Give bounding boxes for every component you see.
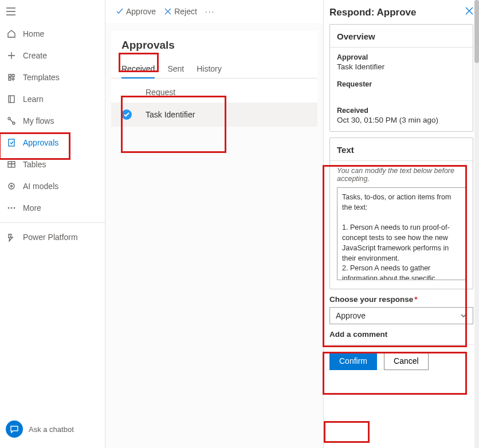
chat-icon xyxy=(10,425,19,434)
svg-point-6 xyxy=(11,186,13,187)
response-select[interactable]: Approve xyxy=(329,307,473,324)
sidebar-item-power-platform[interactable]: Power Platform xyxy=(0,226,105,248)
menu-icon xyxy=(6,7,16,15)
text-hint: You can modify the text below before acc… xyxy=(337,167,466,183)
sidebar-item-label: Templates xyxy=(23,73,60,82)
response-value: Approve xyxy=(336,311,366,320)
respond-panel: Respond: Approve Overview Approval Task … xyxy=(323,0,479,448)
sidebar-item-create[interactable]: Create xyxy=(0,45,105,66)
sidebar-item-label: Tables xyxy=(23,160,46,169)
requester-value xyxy=(337,89,466,97)
text-input[interactable] xyxy=(337,187,466,280)
received-label: Received xyxy=(337,107,466,115)
tab-sent[interactable]: Sent xyxy=(167,61,184,78)
confirm-button[interactable]: Confirm xyxy=(329,352,377,370)
ai-icon xyxy=(6,181,17,191)
sidebar-item-label: My flows xyxy=(23,116,54,125)
text-card: Text You can modify the text below befor… xyxy=(329,137,473,289)
svg-point-5 xyxy=(9,183,14,189)
sidebar-item-label: Approvals xyxy=(23,138,58,147)
sidebar-item-my-flows[interactable]: My flows xyxy=(0,110,105,132)
toolbar-approve-label: Approve xyxy=(126,7,156,16)
chevron-down-icon xyxy=(460,312,467,319)
requester-label: Requester xyxy=(337,80,466,88)
choose-response-section: Choose your response* Approve xyxy=(329,295,473,324)
hamburger-button[interactable] xyxy=(0,0,105,23)
sidebar-item-learn[interactable]: Learn xyxy=(0,88,105,110)
overview-card: Overview Approval Task Identifier Reques… xyxy=(329,24,473,132)
toolbar-reject[interactable]: Reject xyxy=(164,7,197,16)
chatbot-button[interactable] xyxy=(6,421,23,438)
svg-point-1 xyxy=(8,117,10,120)
sidebar-item-label: More xyxy=(23,203,41,213)
page-title: Approvals xyxy=(111,31,317,57)
approval-row[interactable]: Task Identifier xyxy=(111,103,317,127)
request-title: Task Identifier xyxy=(146,110,195,119)
add-comment-label: Add a comment xyxy=(329,330,473,339)
approval-value: Task Identifier xyxy=(337,62,466,71)
svg-point-2 xyxy=(13,122,15,124)
toolbar-reject-label: Reject xyxy=(174,7,197,16)
response-label: Choose your response xyxy=(329,295,413,304)
templates-icon xyxy=(6,72,17,82)
sidebar-item-label: Home xyxy=(23,29,44,38)
sidebar-item-home[interactable]: Home xyxy=(0,23,105,45)
book-icon xyxy=(6,94,17,104)
more-icon xyxy=(6,203,17,213)
toolbar-overflow[interactable]: ··· xyxy=(205,7,215,16)
x-icon xyxy=(164,7,172,15)
row-selected-indicator[interactable] xyxy=(121,109,132,120)
sidebar-item-label: Learn xyxy=(23,95,44,104)
power-platform-icon xyxy=(6,232,17,242)
sidebar-item-templates[interactable]: Templates xyxy=(0,66,105,88)
column-header-request: Request xyxy=(146,88,175,97)
panel-scrollbar[interactable] xyxy=(474,0,479,448)
check-icon xyxy=(116,7,124,15)
checkmark-icon xyxy=(124,112,129,117)
close-icon[interactable] xyxy=(465,7,473,15)
sidebar-item-label: AI models xyxy=(23,182,58,191)
tab-history[interactable]: History xyxy=(197,61,222,78)
required-asterisk: * xyxy=(414,295,417,304)
plus-icon xyxy=(6,50,17,61)
flows-icon xyxy=(6,116,17,126)
sidebar-item-approvals[interactable]: Approvals xyxy=(0,132,105,154)
approval-label: Approval xyxy=(337,53,466,61)
svg-point-8 xyxy=(11,207,13,209)
sidebar-item-ai-models[interactable]: AI models xyxy=(0,175,105,197)
sidebar-item-tables[interactable]: Tables xyxy=(0,154,105,175)
chatbot-label: Ask a chatbot xyxy=(29,425,74,434)
svg-rect-3 xyxy=(9,139,14,146)
panel-title: Respond: Approve xyxy=(329,7,416,18)
home-icon xyxy=(6,29,17,39)
approvals-icon xyxy=(6,137,17,148)
sidebar-item-more[interactable]: More xyxy=(0,197,105,219)
action-bar: Confirm Cancel xyxy=(329,344,473,376)
table-icon xyxy=(6,159,17,170)
text-heading: Text xyxy=(337,145,466,155)
svg-point-9 xyxy=(14,207,15,209)
sidebar-item-label: Create xyxy=(23,51,47,60)
sidebar-item-label: Power Platform xyxy=(23,233,78,242)
cancel-button[interactable]: Cancel xyxy=(384,352,429,370)
nav-divider xyxy=(0,222,105,223)
received-value: Oct 30, 01:50 PM (3 min ago) xyxy=(337,116,466,124)
overview-heading: Overview xyxy=(337,32,466,41)
svg-rect-0 xyxy=(9,96,14,103)
left-sidebar: Home Create Templates Learn My flows App… xyxy=(0,0,105,448)
tab-received[interactable]: Received xyxy=(121,61,155,78)
svg-point-7 xyxy=(8,207,10,209)
main-content: Approve Reject ··· Approvals Received Se… xyxy=(105,0,323,448)
toolbar-approve[interactable]: Approve xyxy=(116,7,156,16)
